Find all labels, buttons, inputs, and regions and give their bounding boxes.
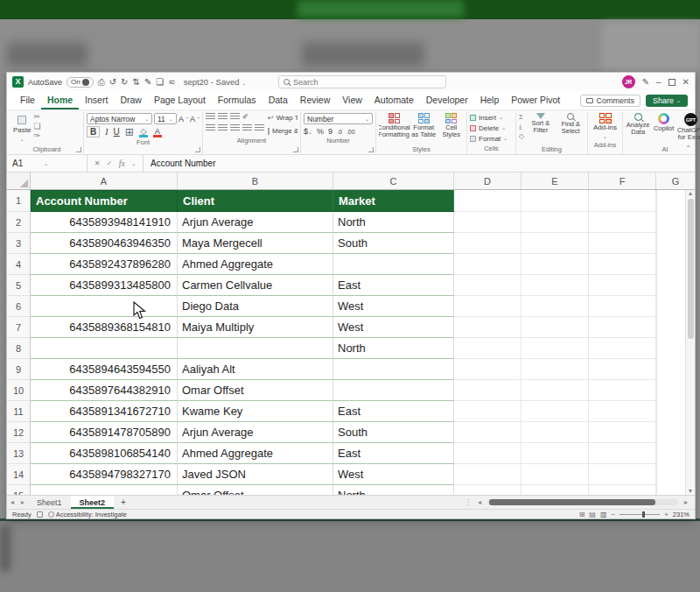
clear-icon[interactable]: ◇: [519, 132, 524, 140]
cell-client[interactable]: Arjun Average: [178, 212, 333, 233]
sheet-nav-left-icon[interactable]: ◂: [7, 496, 18, 509]
pen-icon[interactable]: ✎: [144, 73, 151, 91]
row-header[interactable]: 1: [7, 190, 31, 212]
insert-function-icon[interactable]: fx: [119, 159, 125, 168]
save-icon[interactable]: ⎙: [98, 73, 105, 91]
fill-color-button[interactable]: ◇: [139, 127, 148, 137]
tab-help[interactable]: Help: [474, 91, 506, 109]
cell[interactable]: [656, 464, 657, 485]
tab-formulas[interactable]: Formulas: [212, 91, 262, 109]
document-title[interactable]: sept20 - Saved ⌄: [184, 77, 247, 87]
cell[interactable]: [656, 254, 657, 275]
number-format-combo[interactable]: Number ⌄: [304, 113, 373, 124]
font-size-combo[interactable]: 11 ⌄: [154, 113, 177, 124]
cell[interactable]: [522, 464, 589, 485]
cell[interactable]: [589, 254, 656, 275]
scroll-right-icon[interactable]: ▸: [681, 498, 691, 506]
zoom-slider[interactable]: [620, 514, 660, 515]
cell[interactable]: [589, 464, 656, 485]
row-header[interactable]: 12: [7, 422, 31, 443]
cell-market[interactable]: North: [333, 338, 454, 359]
cell[interactable]: [454, 464, 522, 485]
column-header-e[interactable]: E: [522, 173, 589, 189]
cell[interactable]: [454, 485, 522, 495]
sheet-tab-sheet2[interactable]: Sheet2: [71, 496, 115, 509]
add-sheet-button[interactable]: +: [114, 496, 133, 509]
grow-font-button[interactable]: Aˆ: [178, 113, 188, 124]
sheet-tab-sheet1[interactable]: Sheet1: [28, 496, 71, 509]
cell-account[interactable]: 6435894798327170: [31, 464, 178, 485]
cell-market[interactable]: South: [333, 233, 454, 254]
cell[interactable]: [522, 443, 589, 464]
cell-market[interactable]: [333, 359, 454, 380]
clipboard-qat-icon[interactable]: ❏: [156, 73, 164, 91]
cell-market[interactable]: East: [333, 443, 454, 464]
cell-account[interactable]: 6435899313485800: [31, 275, 178, 296]
row-header[interactable]: 6: [7, 296, 31, 317]
indent-increase-icon[interactable]: [255, 124, 264, 131]
cell-client[interactable]: Aaliyah Alt: [178, 359, 333, 380]
cell[interactable]: [454, 275, 522, 296]
cell[interactable]: [656, 380, 657, 401]
cell-client[interactable]: Maiya Multiply: [178, 317, 333, 338]
align-right-icon[interactable]: [230, 124, 240, 131]
number-dialog-launcher[interactable]: [368, 147, 374, 152]
cell[interactable]: [454, 443, 522, 464]
cell[interactable]: [522, 233, 589, 254]
collapse-ribbon-icon[interactable]: ⌃: [685, 144, 691, 152]
cell[interactable]: [522, 190, 589, 212]
accessibility-status[interactable]: Accessibility: Investigate: [48, 511, 127, 518]
autosave-toggle[interactable]: On: [66, 77, 94, 88]
orientation-icon[interactable]: ✐: [242, 113, 248, 121]
currency-button[interactable]: $⌄: [304, 127, 312, 136]
shrink-font-button[interactable]: Aˇ: [190, 113, 200, 124]
cell-client[interactable]: Omar Offset: [178, 380, 333, 401]
macro-record-icon[interactable]: [37, 511, 43, 518]
maximize-button[interactable]: [668, 79, 676, 86]
cell[interactable]: [656, 233, 657, 254]
tab-view[interactable]: View: [336, 91, 368, 109]
cell[interactable]: [589, 296, 656, 317]
avatar[interactable]: JR: [622, 75, 635, 88]
zoom-in-icon[interactable]: +: [664, 511, 668, 518]
cell-client[interactable]: Javed JSON: [178, 464, 333, 485]
cell-account[interactable]: [31, 485, 178, 495]
addins-button[interactable]: Add-ins ⌄: [591, 113, 620, 140]
column-header-g[interactable]: G: [656, 173, 695, 189]
cell[interactable]: [589, 317, 656, 338]
cell[interactable]: [522, 338, 589, 359]
select-all-corner[interactable]: [7, 173, 31, 189]
fill-icon[interactable]: ⤓: [519, 123, 524, 130]
cell[interactable]: [656, 401, 657, 422]
delete-cells-button[interactable]: Delete ⌄: [470, 123, 513, 133]
tab-review[interactable]: Review: [294, 91, 336, 109]
search-input[interactable]: [293, 78, 441, 87]
undo-icon[interactable]: ↺: [109, 73, 116, 91]
vertical-scrollbar[interactable]: ▲ ▼: [685, 190, 695, 495]
page-layout-view-icon[interactable]: ▤: [589, 511, 596, 518]
row-header[interactable]: 3: [7, 233, 31, 254]
comma-style-button[interactable]: 9: [328, 127, 332, 136]
column-header-f[interactable]: F: [589, 173, 656, 189]
horizontal-scrollbar-thumb[interactable]: [489, 499, 655, 505]
cell[interactable]: [522, 254, 589, 275]
cell[interactable]: [589, 338, 656, 359]
confirm-entry-icon[interactable]: ✓: [107, 159, 113, 167]
cell-account[interactable]: 6435891341672710: [31, 401, 178, 422]
format-cells-button[interactable]: Format ⌄: [470, 134, 513, 144]
cell[interactable]: [522, 485, 589, 495]
cell[interactable]: [656, 317, 657, 338]
font-name-combo[interactable]: Aptos Narrow ⌄: [87, 113, 152, 124]
sheet-nav-right-icon[interactable]: ▸: [18, 496, 28, 509]
column-header-c[interactable]: C: [333, 173, 454, 189]
font-color-button[interactable]: A: [153, 127, 162, 137]
tab-developer[interactable]: Developer: [420, 91, 474, 109]
row-header[interactable]: 5: [7, 275, 31, 296]
cell[interactable]: [454, 380, 522, 401]
cell[interactable]: [656, 485, 657, 495]
cell-market[interactable]: West: [333, 464, 454, 485]
cell-client[interactable]: Ahmed Aggregate: [178, 254, 333, 275]
cell[interactable]: [589, 275, 656, 296]
tab-draw[interactable]: Draw: [114, 91, 148, 109]
cell-account[interactable]: 6435889368154810: [31, 317, 178, 338]
